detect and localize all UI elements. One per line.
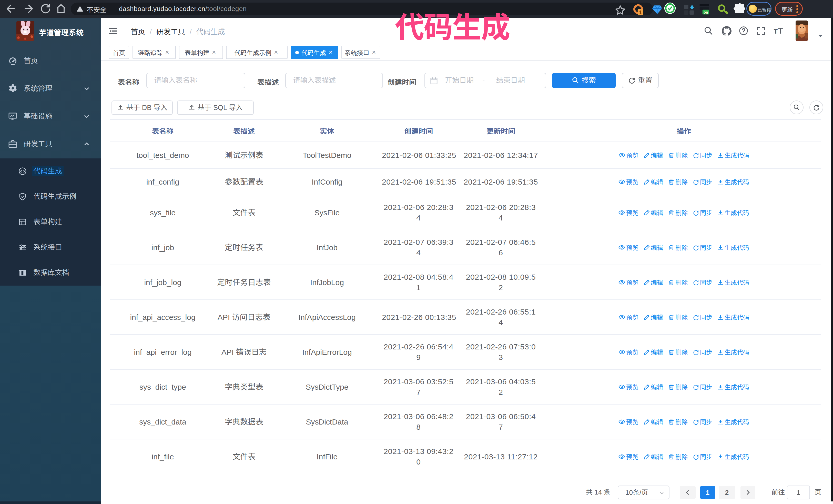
svg-text:1: 1 (639, 9, 642, 15)
svg-text:on: on (704, 10, 708, 14)
